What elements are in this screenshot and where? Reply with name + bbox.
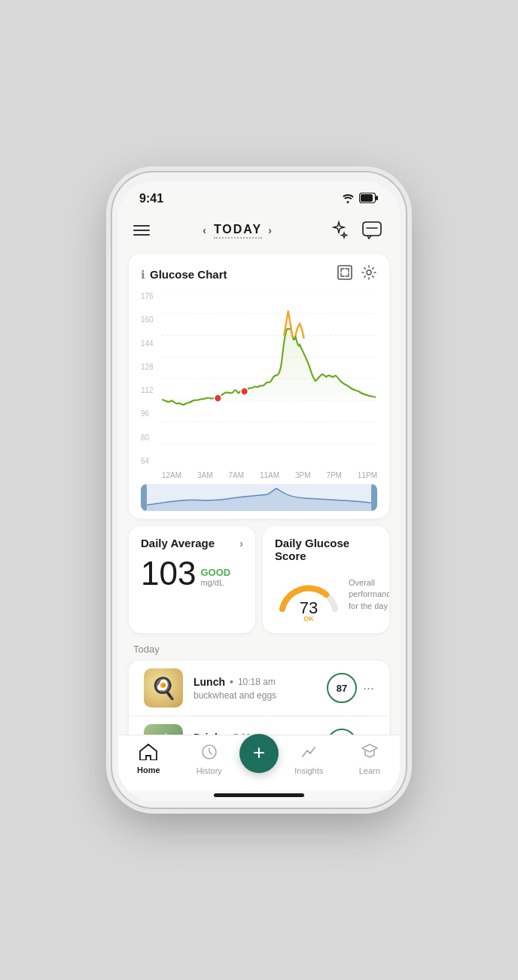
nav-title: ‹ TODAY › [203, 223, 273, 239]
screen-content: ‹ TODAY › [118, 212, 400, 735]
tab-bar: Home History + [118, 735, 400, 790]
x-label-3pm: 3PM [295, 471, 311, 479]
x-label-3am: 3AM [197, 471, 213, 479]
chart-title-group: ℹ Glucose Chart [141, 268, 227, 282]
tab-label-insights: Insights [294, 766, 323, 775]
stats-row: Daily Average › 103 GOOD mg/dL Daily G [129, 526, 389, 633]
daily-average-title: Daily Average › [141, 537, 243, 549]
svg-rect-3 [363, 222, 381, 236]
meal-item-lunch: 🍳 Lunch • 10:18 am buckwheat and eggs 87… [129, 661, 389, 715]
status-bar: 9:41 [118, 181, 400, 212]
gauge-wrap: 73 OK Overall performance for the day [275, 570, 377, 622]
meal-info-lunch: Lunch • 10:18 am buckwheat and eggs [193, 676, 316, 701]
svg-rect-1 [376, 196, 378, 200]
daily-average-labels: GOOD mg/dL [200, 567, 230, 590]
chart-header: ℹ Glucose Chart [141, 264, 377, 285]
daily-average-card[interactable]: Daily Average › 103 GOOD mg/dL [129, 526, 255, 633]
mini-timeline-chart[interactable] [141, 484, 377, 511]
gauge-score-number: 73 [300, 600, 318, 616]
daily-average-status: GOOD [200, 567, 230, 578]
y-label-112: 112 [141, 386, 162, 394]
tab-label-history: History [197, 766, 222, 775]
y-label-80: 80 [141, 434, 162, 442]
chart-actions [337, 264, 377, 285]
meal-score-lunch: 87 [327, 673, 357, 703]
mini-chart-right-handle[interactable] [371, 484, 377, 511]
x-label-7pm: 7PM [326, 471, 342, 479]
y-label-64: 64 [141, 457, 162, 465]
battery-icon [359, 193, 379, 205]
wifi-icon [341, 193, 355, 205]
daily-average-chevron[interactable]: › [239, 537, 243, 549]
x-label-7am: 7AM [228, 471, 244, 479]
y-label-128: 128 [141, 363, 162, 371]
gauge-status-label: OK [303, 615, 314, 622]
ai-sparkle-button[interactable] [326, 218, 352, 243]
learn-icon [361, 743, 379, 764]
y-label-144: 144 [141, 339, 162, 348]
chart-svg-area [162, 292, 377, 468]
tab-history[interactable]: History [179, 743, 240, 775]
add-icon: + [253, 742, 265, 763]
phone-frame: 9:41 [112, 172, 406, 808]
meal-item-drink: 🍵 Drink • 7:06 am tea 100 ··· [129, 717, 389, 735]
home-indicator [214, 793, 304, 797]
tab-insights[interactable]: Insights [279, 743, 340, 775]
svg-rect-4 [338, 266, 352, 279]
insights-icon [300, 743, 318, 764]
tab-home[interactable]: Home [118, 744, 179, 775]
tab-label-learn: Learn [359, 766, 380, 775]
x-label-11pm: 11PM [358, 471, 377, 479]
x-label-12am: 12AM [162, 471, 181, 479]
chart-title: Glucose Chart [150, 268, 227, 281]
svg-rect-2 [361, 194, 373, 202]
current-day-label[interactable]: TODAY [214, 223, 262, 239]
svg-point-5 [367, 270, 371, 275]
glucose-chart: 176 160 144 128 112 96 80 64 [141, 292, 377, 511]
meal-score-wrap-lunch: 87 ··· [327, 673, 374, 703]
hamburger-menu-button[interactable] [133, 225, 150, 236]
meal-title-row-lunch: Lunch • 10:18 am [193, 676, 316, 688]
glucose-score-title: Daily Glucose Score [275, 537, 377, 562]
chart-expand-button[interactable] [337, 264, 353, 285]
meal-score-wrap-drink: 100 ··· [327, 729, 374, 735]
daily-average-number: 103 [141, 557, 196, 590]
daily-average-unit: mg/dL [200, 578, 230, 587]
gauge-description: Overall performance for the day [349, 570, 389, 612]
meal-name-lunch: Lunch [193, 676, 225, 688]
tab-add-button[interactable]: + [239, 734, 279, 773]
svg-point-14 [215, 394, 222, 402]
tab-learn[interactable]: Learn [340, 743, 401, 775]
meal-desc-lunch: buckwheat and eggs [193, 690, 316, 701]
status-icons [341, 193, 379, 205]
next-day-button[interactable]: › [268, 224, 273, 236]
history-icon [200, 743, 218, 764]
status-time: 9:41 [139, 192, 163, 205]
tab-label-home: Home [137, 765, 160, 775]
header-actions [326, 218, 385, 243]
mini-chart-left-handle[interactable] [141, 484, 147, 511]
meal-time-lunch: 10:18 am [238, 677, 276, 687]
today-label: Today [118, 642, 400, 661]
meal-thumb-lunch: 🍳 [144, 668, 183, 708]
y-label-96: 96 [141, 409, 162, 418]
x-label-11am: 11AM [260, 471, 279, 479]
prev-day-button[interactable]: ‹ [203, 224, 208, 236]
daily-average-value-row: 103 GOOD mg/dL [141, 557, 243, 590]
glucose-score-card[interactable]: Daily Glucose Score 73 OK Overall perfor… [263, 526, 389, 633]
svg-point-15 [241, 388, 248, 395]
meal-thumb-drink: 🍵 [144, 724, 183, 735]
meal-items-card: 🍳 Lunch • 10:18 am buckwheat and eggs 87… [129, 661, 389, 735]
meal-more-button-lunch[interactable]: ··· [363, 680, 374, 696]
y-label-176: 176 [141, 292, 162, 300]
y-label-160: 160 [141, 315, 162, 324]
chart-x-labels: 12AM 3AM 7AM 11AM 3PM 7PM 11PM [141, 468, 377, 479]
gauge: 73 OK [275, 570, 343, 622]
chat-button[interactable] [359, 218, 385, 243]
header-nav: ‹ TODAY › [118, 212, 400, 251]
chart-info-icon[interactable]: ℹ [141, 268, 145, 282]
home-icon [139, 744, 157, 763]
chart-settings-button[interactable] [361, 264, 377, 285]
meal-score-drink: 100 [327, 729, 357, 735]
glucose-chart-card: ℹ Glucose Chart [129, 254, 389, 519]
